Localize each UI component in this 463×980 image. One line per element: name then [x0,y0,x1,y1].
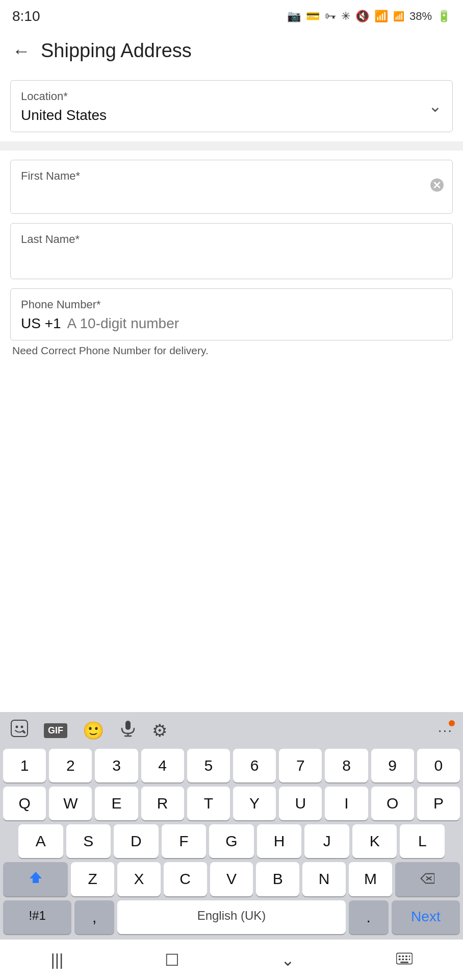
comma-key[interactable]: , [74,900,114,934]
separator-1 [0,141,463,151]
key-6[interactable]: 6 [233,749,276,782]
qwerty-row: Q W E R T Y U I O P [0,785,463,822]
svg-rect-17 [398,959,400,960]
svg-rect-16 [408,955,410,957]
clear-first-name-button[interactable] [430,178,444,196]
key-i[interactable]: I [325,787,368,820]
key-q[interactable]: Q [3,787,46,820]
key-5[interactable]: 5 [187,749,230,782]
key-k[interactable]: K [352,824,397,858]
signal-icon: 📶 [393,11,404,22]
key-u[interactable]: U [279,787,322,820]
svg-rect-14 [402,955,404,957]
key-0[interactable]: 0 [417,749,460,782]
backspace-key[interactable] [395,862,460,896]
key-icon: 🗝 [325,10,336,23]
key-3[interactable]: 3 [95,749,138,782]
nav-menu-button[interactable]: ||| [35,945,79,974]
key-e[interactable]: E [95,787,138,820]
svg-rect-15 [405,955,407,957]
svg-rect-3 [11,720,28,737]
location-field[interactable]: Location* United States ⌄ [10,80,453,132]
location-value: United States [21,107,107,123]
key-v[interactable]: V [210,862,253,896]
key-t[interactable]: T [187,787,230,820]
key-1[interactable]: 1 [3,749,46,782]
key-c[interactable]: C [164,862,207,896]
key-f[interactable]: F [162,824,207,858]
zxcv-row: Z X C V B N M [0,860,463,898]
nav-keyboard-button[interactable] [381,947,428,973]
key-j[interactable]: J [304,824,349,858]
svg-point-5 [21,726,23,728]
keyboard-toolbar: GIF 🙂 ⚙ ··· [0,712,463,747]
key-y[interactable]: Y [233,787,276,820]
gif-icon[interactable]: GIF [44,723,67,738]
last-name-field[interactable]: Last Name* [10,223,453,279]
key-b[interactable]: B [256,862,299,896]
shift-key[interactable] [3,862,68,896]
key-9[interactable]: 9 [371,749,414,782]
first-name-field[interactable]: First Name* [10,160,453,214]
phone-helper-text: Need Correct Phone Number for delivery. [12,345,451,357]
key-n[interactable]: N [302,862,346,896]
status-time: 8:10 [12,8,40,24]
svg-rect-19 [405,959,407,960]
key-2[interactable]: 2 [49,749,92,782]
key-w[interactable]: W [49,787,92,820]
svg-rect-21 [400,962,408,963]
status-bar: 8:10 📷 💳 🗝 ✳ 🔇 📶 📶 38% 🔋 [0,0,463,31]
key-x[interactable]: X [117,862,161,896]
back-button[interactable]: ← [12,40,31,62]
battery-indicator: 38% [409,10,432,23]
last-name-input[interactable] [21,250,442,266]
symbols-key[interactable]: !#1 [3,900,71,934]
phone-number-field[interactable]: Phone Number* US +1 [10,288,453,340]
key-p[interactable]: P [417,787,460,820]
more-options-icon[interactable]: ··· [438,722,453,739]
navigation-bar: ||| ☐ ⌄ [0,939,463,980]
key-s[interactable]: S [66,824,111,858]
emoji-icon[interactable]: 🙂 [83,720,104,741]
svg-rect-18 [402,959,404,960]
key-8[interactable]: 8 [325,749,368,782]
key-o[interactable]: O [371,787,414,820]
sticker-icon[interactable] [10,719,29,742]
camera-icon: 📷 [287,10,301,23]
period-key[interactable]: . [349,900,389,934]
key-m[interactable]: M [349,862,392,896]
location-label: Location* [21,90,442,103]
sim-icon: 💳 [306,10,320,23]
key-a[interactable]: A [18,824,63,858]
first-name-input[interactable] [21,187,442,203]
nav-home-button[interactable]: ☐ [149,945,195,975]
dropdown-icon: ⌄ [428,96,442,116]
svg-point-4 [16,726,18,728]
key-h[interactable]: H [257,824,302,858]
mic-icon[interactable] [119,720,137,741]
phone-input[interactable] [67,315,442,332]
phone-country-code: US +1 [21,315,61,332]
key-r[interactable]: R [141,787,184,820]
status-icons: 📷 💳 🗝 ✳ 🔇 📶 📶 38% 🔋 [287,10,451,23]
on-screen-keyboard: GIF 🙂 ⚙ ··· 1 2 3 4 5 6 7 8 9 0 Q W E R … [0,712,463,939]
wifi-icon: 📶 [374,10,388,23]
bluetooth-icon: ✳ [341,10,350,23]
key-4[interactable]: 4 [141,749,184,782]
key-l[interactable]: L [400,824,445,858]
key-7[interactable]: 7 [279,749,322,782]
page-title: Shipping Address [41,40,192,62]
key-d[interactable]: D [114,824,159,858]
svg-marker-9 [30,872,42,883]
key-g[interactable]: G [209,824,254,858]
battery-icon: 🔋 [437,10,451,23]
mute-icon: 🔇 [355,10,369,23]
nav-back-button[interactable]: ⌄ [266,945,310,975]
spacebar[interactable]: English (UK) [117,900,345,934]
key-z[interactable]: Z [71,862,114,896]
settings-icon[interactable]: ⚙ [152,720,167,741]
svg-rect-13 [398,955,400,957]
svg-rect-20 [408,959,410,960]
asdf-row: A S D F G H J K L [0,822,463,860]
next-key[interactable]: Next [392,900,460,934]
